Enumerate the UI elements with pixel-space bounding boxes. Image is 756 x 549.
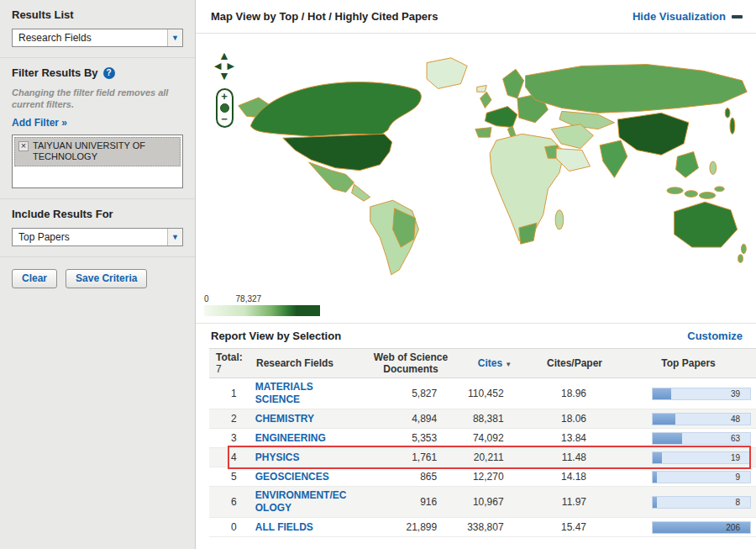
column-header-cites[interactable]: Cites▼ bbox=[461, 355, 528, 372]
top-papers-bar-fill bbox=[653, 497, 657, 508]
sort-desc-icon: ▼ bbox=[505, 361, 512, 368]
chevron-down-icon[interactable]: ▼ bbox=[167, 229, 182, 245]
row-cites-per-paper: 11.48 bbox=[517, 449, 606, 466]
top-papers-value: 8 bbox=[735, 498, 740, 507]
row-rank: 0 bbox=[209, 519, 250, 536]
table-row: 1 MATERIALS SCIENCE 5,827 110,452 18.96 … bbox=[209, 378, 756, 409]
row-docs: 916 bbox=[354, 494, 452, 510]
row-docs: 865 bbox=[354, 468, 452, 485]
hide-visualization-link[interactable]: Hide Visualization bbox=[633, 10, 743, 23]
map-region-north-america[interactable] bbox=[239, 58, 486, 201]
legend-min-label: 0 bbox=[204, 294, 209, 304]
top-papers-value: 19 bbox=[731, 453, 740, 462]
table-row: 0 ALL FIELDS 21,899 338,807 15.47 206 bbox=[209, 518, 756, 537]
top-papers-bar[interactable]: 63 bbox=[652, 432, 751, 445]
row-rank: 1 bbox=[209, 385, 250, 402]
include-results-section: Include Results For Top Papers ▼ bbox=[0, 199, 195, 257]
field-link[interactable]: PHYSICS bbox=[255, 451, 300, 463]
results-list-dropdown-value: Research Fields bbox=[18, 32, 92, 44]
map-region-south-america[interactable] bbox=[370, 200, 419, 275]
report-table-body: 1 MATERIALS SCIENCE 5,827 110,452 18.96 … bbox=[209, 378, 756, 537]
row-cites: 110,452 bbox=[452, 385, 517, 402]
column-header-cites-per-paper[interactable]: Cites/Paper bbox=[528, 355, 621, 372]
top-papers-bar[interactable]: 8 bbox=[652, 496, 751, 509]
column-header-top-papers[interactable]: Top Papers bbox=[621, 355, 756, 372]
column-header-research-fields: Research Fields bbox=[251, 355, 360, 372]
active-filters-box[interactable]: × TAIYUAN UNIVERSITY OF TECHNOLOGY bbox=[12, 135, 183, 188]
row-cites: 10,967 bbox=[452, 494, 517, 510]
row-cites: 12,270 bbox=[452, 468, 517, 485]
cites-sort-link[interactable]: Cites bbox=[478, 357, 502, 369]
legend-max-label: 78,327 bbox=[236, 294, 262, 304]
include-results-dropdown[interactable]: Top Papers ▼ bbox=[12, 228, 183, 246]
total-count: Total: 7 bbox=[209, 349, 251, 377]
collapse-icon bbox=[732, 15, 743, 18]
add-filter-link[interactable]: Add Filter » bbox=[12, 117, 67, 129]
row-rank: 2 bbox=[209, 410, 250, 427]
total-value: 7 bbox=[214, 363, 246, 375]
field-link[interactable]: ENVIRONMENT/ECOLOGY bbox=[255, 489, 347, 514]
field-link[interactable]: MATERIALS SCIENCE bbox=[255, 381, 313, 405]
map-region-africa[interactable] bbox=[490, 134, 564, 244]
help-icon[interactable]: ? bbox=[103, 67, 115, 79]
row-cites: 338,807 bbox=[452, 519, 517, 536]
top-papers-bar-fill bbox=[653, 472, 657, 483]
world-choropleth-map[interactable] bbox=[234, 40, 752, 284]
zoom-in-icon[interactable]: + bbox=[221, 92, 228, 101]
map-controls: ▲ ◀ ▶ ▼ + − bbox=[211, 50, 238, 128]
row-rank: 4 bbox=[209, 449, 250, 466]
globe-icon[interactable] bbox=[220, 103, 229, 113]
row-docs: 5,353 bbox=[354, 430, 452, 446]
field-link[interactable]: GEOSCIENCES bbox=[255, 471, 329, 483]
column-header-documents[interactable]: Web of Science Documents bbox=[360, 349, 461, 377]
row-rank: 3 bbox=[209, 430, 250, 446]
filter-heading-label: Filter Results By bbox=[12, 66, 98, 79]
top-papers-bar-fill bbox=[653, 452, 662, 463]
sidebar: Results List Research Fields ▼ Filter Re… bbox=[0, 0, 196, 549]
results-list-dropdown[interactable]: Research Fields ▼ bbox=[12, 29, 183, 47]
top-papers-bar[interactable]: 48 bbox=[652, 413, 751, 425]
row-docs: 4,894 bbox=[354, 410, 452, 427]
map-legend: 0 78,327 bbox=[196, 293, 756, 323]
clear-button[interactable]: Clear bbox=[12, 269, 57, 288]
pan-down-icon[interactable]: ▼ bbox=[218, 71, 230, 81]
chevron-down-icon[interactable]: ▼ bbox=[167, 29, 182, 46]
top-papers-bar[interactable]: 19 bbox=[652, 451, 751, 464]
top-papers-bar[interactable]: 9 bbox=[652, 471, 751, 483]
row-docs: 21,899 bbox=[354, 519, 452, 536]
row-cites-per-paper: 11.97 bbox=[517, 494, 606, 510]
field-link[interactable]: ALL FIELDS bbox=[255, 521, 313, 533]
filter-tag[interactable]: × TAIYUAN UNIVERSITY OF TECHNOLOGY bbox=[14, 137, 181, 167]
map-region-oceania[interactable] bbox=[675, 202, 747, 262]
map-zoom-control[interactable]: + − bbox=[216, 88, 234, 128]
top-papers-value: 9 bbox=[735, 472, 740, 482]
include-results-dropdown-value: Top Papers bbox=[18, 231, 70, 243]
report-title: Report View by Selection bbox=[211, 330, 341, 342]
top-papers-value: 63 bbox=[731, 434, 740, 443]
customize-link[interactable]: Customize bbox=[687, 330, 743, 342]
total-label: Total: bbox=[214, 351, 246, 363]
field-link[interactable]: ENGINEERING bbox=[255, 432, 326, 444]
row-docs: 5,827 bbox=[354, 385, 452, 402]
top-papers-value: 48 bbox=[731, 414, 740, 424]
pan-up-icon[interactable]: ▲ bbox=[218, 50, 230, 61]
field-link[interactable]: CHEMISTRY bbox=[255, 413, 314, 425]
filter-note: Changing the filter field removes all cu… bbox=[12, 87, 183, 111]
save-criteria-button[interactable]: Save Criteria bbox=[66, 269, 147, 288]
main-content: Map View by Top / Hot / Highly Cited Pap… bbox=[196, 0, 756, 549]
row-cites-per-paper: 18.96 bbox=[517, 385, 606, 402]
zoom-out-icon[interactable]: − bbox=[221, 115, 228, 124]
map-region-asia[interactable] bbox=[526, 65, 748, 199]
map-view-header: Map View by Top / Hot / Highly Cited Pap… bbox=[196, 0, 756, 34]
row-cites: 74,092 bbox=[452, 430, 517, 446]
top-papers-bar[interactable]: 206 bbox=[652, 521, 751, 534]
include-results-heading: Include Results For bbox=[12, 208, 183, 220]
map-pan-control[interactable]: ▲ ◀ ▶ ▼ bbox=[214, 50, 234, 81]
row-cites-per-paper: 13.84 bbox=[517, 430, 606, 446]
remove-filter-icon[interactable]: × bbox=[18, 141, 29, 151]
top-papers-bar-fill bbox=[653, 388, 671, 399]
top-papers-bar[interactable]: 39 bbox=[652, 388, 751, 400]
top-papers-value: 39 bbox=[731, 389, 740, 399]
row-rank: 5 bbox=[209, 468, 250, 485]
filter-section: Filter Results By ? Changing the filter … bbox=[0, 58, 195, 199]
